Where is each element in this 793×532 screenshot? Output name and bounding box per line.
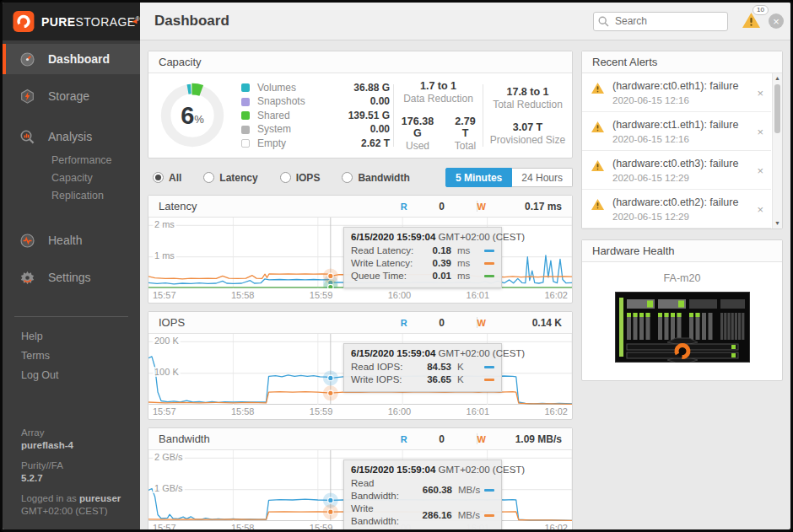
bandwidth-title: Bandwidth [159,433,210,445]
page-title: Dashboard [154,13,229,30]
logged-in-as: Logged in as pureuser [21,492,133,505]
dismiss-alert-icon[interactable]: × [754,87,766,99]
sidebar-item-storage[interactable]: Storage [3,81,140,111]
iops-x-axis: 15:5715:5815:5916:0016:0116:02 [148,405,572,419]
sidebar-item-dashboard[interactable]: Dashboard [3,44,140,74]
x-axis-label: 15:58 [231,290,255,303]
left-column: Capacity 6 % [148,40,573,529]
y-axis-label: 2 ms [153,219,176,229]
hardware-health-title: Hardware Health [592,245,675,257]
search-icon [598,16,609,27]
sidebar-item-label: Storage [48,89,89,103]
recent-alerts-panel: Recent Alerts (hardware:ct0.eth1): failu… [581,51,783,229]
y-axis-label: 1 ms [153,250,176,261]
topbar: Dashboard 10 × [140,3,790,40]
radio-iops[interactable]: IOPS [280,172,321,184]
purestorage-logo-icon [13,10,35,33]
legend-row-shared: Shared 139.51 G [241,109,390,123]
latency-panel: Latency R 0 W 0.17 ms 2 ms 1 ms [148,195,573,304]
x-axis-label: 16:02 [544,406,568,419]
recent-alerts-title: Recent Alerts [592,56,657,68]
sidebar-item-label: Dashboard [48,52,110,66]
latency-write-value: 0.17 ms [486,201,562,212]
system-swatch [241,126,250,134]
logo-band: PURESTORAGE® ◄ [3,3,140,40]
dismiss-alert-icon[interactable]: × [754,164,766,177]
close-icon[interactable]: × [769,13,784,29]
sidebar-nav: Dashboard Storage [3,40,140,293]
radio-icon [280,172,291,183]
x-axis-label: 16:00 [388,406,412,419]
radio-latency[interactable]: Latency [203,172,257,184]
iops-tooltip: 6/15/2020 15:59:04 GMT+02:00 (CEST) Read… [343,343,502,392]
latency-tooltip: 6/15/2020 15:59:04 GMT+02:00 (CEST) Read… [343,227,502,288]
latency-title: Latency [159,200,197,212]
x-axis-label: 15:57 [153,523,176,529]
range-24-hours-button[interactable]: 24 Hours [512,168,573,187]
x-axis-label: 15:57 [153,290,176,303]
write-series-dash [484,262,494,265]
write-series-dash [484,514,494,517]
sidebar-divider [14,316,128,317]
x-axis-label: 15:59 [310,523,333,529]
radio-all[interactable]: All [153,172,181,184]
scroll-down-icon[interactable]: ▼ [773,218,782,228]
alerts-list: (hardware:ct0.eth1): failure 2020-06-15 … [582,73,782,228]
dashboard-gauge-icon [19,51,35,67]
bandwidth-tooltip: 6/15/2020 15:59:04 GMT+02:00 (CEST) Read… [343,459,502,529]
sidebar-item-replication[interactable]: Replication [3,187,140,205]
x-axis-label: 15:57 [153,406,176,419]
scroll-up-icon[interactable]: ▲ [773,73,782,83]
total-reduction-block: 17.8 to 1 Total Reduction 3.07 T Provisi… [487,86,569,146]
sidebar-item-capacity[interactable]: Capacity [3,169,140,187]
scrollbar-thumb[interactable] [774,84,780,133]
sidebar-item-analysis[interactable]: Analysis [3,121,140,152]
dismiss-alert-icon[interactable]: × [754,203,766,216]
capacity-title: Capacity [159,56,202,68]
iops-title: IOPS [159,316,185,329]
iops-panel: IOPS R 0 W 0.14 K 200 K 100 K [148,311,573,420]
x-axis-label: 16:00 [388,290,412,303]
sidebar-item-settings[interactable]: Settings [3,262,140,293]
collapse-sidebar-icon[interactable]: ◄ [131,17,138,25]
alert-item: (hardware:ct0.eth3): failure 2020-06-15 … [582,151,771,190]
health-pulse-icon [19,233,35,249]
brand-name: PURESTORAGE® [41,15,140,29]
metric-filter-row: All Latency IOPS Bandwidth 5 Minutes 24 … [148,168,573,187]
main-area: Dashboard 10 × [140,3,790,529]
dismiss-alert-icon[interactable]: × [754,126,766,138]
help-link[interactable]: Help [3,327,140,347]
y-axis-label: 100 K [153,367,181,377]
range-5-minutes-button[interactable]: 5 Minutes [445,168,512,187]
sidebar-item-health[interactable]: Health [3,225,140,255]
hardware-chassis-graphic[interactable] [615,292,750,363]
search-input[interactable] [593,12,728,31]
timezone: GMT+02:00 (CEST) [21,505,133,518]
terms-link[interactable]: Terms [3,347,140,366]
provisioned-value: 3.07 T [487,121,569,133]
latency-x-axis: 15:5715:5815:5916:0016:0116:02 [148,288,572,303]
radio-icon [203,172,214,183]
read-series-dash [484,250,494,252]
logout-link[interactable]: Log Out [3,366,140,385]
alerts-scrollbar[interactable]: ▲ ▼ [772,73,782,228]
y-axis-label: 200 K [153,336,181,346]
x-axis-label: 15:58 [231,523,255,529]
bandwidth-panel: Bandwidth R 0 W 1.09 MB/s 2 GB/s 1 GB/s [148,427,573,529]
legend-row-volumes: Volumes 36.88 G [241,81,390,95]
alerts-indicator[interactable]: 10 [742,12,761,31]
radio-bandwidth[interactable]: Bandwidth [342,172,409,184]
hardware-health-body: FA-m20 [582,262,782,380]
iops-write-value: 0.14 K [486,317,562,329]
iops-stats: R 0 W 0.14 K [401,317,562,329]
data-reduction-value: 1.7 to 1 [397,80,479,92]
sidebar-item-label: Analysis [48,130,92,143]
warning-triangle-icon [591,159,605,172]
app-window: PURESTORAGE® ◄ Dashboard [0,0,793,532]
sidebar-item-performance[interactable]: Performance [3,152,140,169]
radio-icon [342,172,353,183]
empty-swatch [241,139,250,148]
capacity-panel: Capacity 6 % [148,51,573,159]
capacity-legend: Volumes 36.88 G Snapshots 0.00 Shared [241,81,390,151]
array-name: pureflash-4 [21,439,133,452]
